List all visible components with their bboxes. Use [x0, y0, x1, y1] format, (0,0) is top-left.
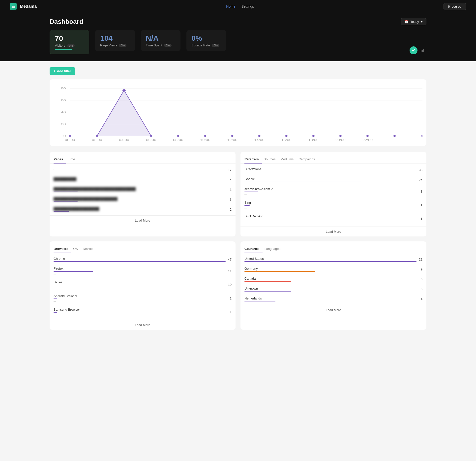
svg-rect-1: [421, 50, 421, 52]
list-item: / 17: [50, 165, 236, 175]
country-item-bar: [244, 291, 291, 292]
list-item: search.brave.com ↗ — 3: [240, 185, 426, 198]
header-top: Dashboard 📅 Today ▾: [50, 18, 426, 26]
svg-point-28: [421, 135, 422, 137]
page-item-name: /: [54, 167, 226, 171]
date-picker[interactable]: 📅 Today ▾: [401, 18, 426, 25]
referrer-item-bar: [244, 182, 361, 182]
svg-text:04:00: 04:00: [119, 139, 129, 141]
browsers-panel: Browsers OS Devices Chrome 47 Firefox — …: [50, 241, 236, 330]
list-item: Android Browser — 1: [50, 292, 236, 305]
referrer-item-bar: [244, 172, 416, 172]
visitors-number: 70: [55, 34, 84, 43]
browsers-load-more-button[interactable]: Load More: [50, 320, 236, 330]
countries-panel: Countries Languages United States 22 Ger…: [240, 241, 426, 330]
tab-sources[interactable]: Sources: [264, 156, 279, 164]
svg-text:40: 40: [61, 111, 66, 114]
country-item-name: Canada: [244, 277, 416, 280]
svg-text:22:00: 22:00: [362, 139, 373, 141]
nav-link-home[interactable]: Home: [226, 4, 235, 8]
pageviews-label: Page Views: [100, 43, 117, 47]
svg-point-17: [122, 89, 126, 91]
tab-countries[interactable]: Countries: [244, 245, 263, 253]
countries-load-more-button[interactable]: Load More: [240, 305, 426, 315]
referrer-item-count: 1: [416, 217, 422, 221]
line-chart-toggle[interactable]: [410, 46, 417, 54]
svg-point-15: [69, 135, 71, 137]
bouncerate-label: Bounce Rate: [191, 43, 210, 47]
browser-item-name: Samsung Browser: [54, 308, 226, 311]
list-item: Germany 9: [240, 264, 426, 274]
referrers-load-more-button[interactable]: Load More: [240, 227, 426, 236]
country-item-count: 22: [416, 258, 422, 261]
list-item: Google 26: [240, 175, 426, 185]
tab-mediums[interactable]: Mediums: [281, 156, 297, 164]
tab-campaigns[interactable]: Campaigns: [298, 156, 318, 164]
referrers-tabs: Referrers Sources Mediums Campaigns: [240, 156, 426, 164]
logout-button[interactable]: ⚙ Log out: [444, 3, 466, 10]
tab-languages[interactable]: Languages: [265, 245, 283, 253]
tab-time[interactable]: Time: [68, 156, 78, 164]
stats-row: 70 Visitors 0% 104 Page Views 0% N/A Tim…: [50, 30, 426, 54]
svg-text:20:00: 20:00: [335, 139, 346, 141]
nav-links: Home Settings: [226, 4, 254, 8]
referrer-item-name: DuckDuckGo: [244, 214, 416, 218]
list-item: DuckDuckGo — 1: [240, 212, 426, 226]
tab-browsers[interactable]: Browsers: [54, 245, 71, 253]
svg-text:06:00: 06:00: [146, 139, 156, 141]
add-filter-button[interactable]: + Add filter: [50, 67, 75, 75]
svg-point-24: [312, 135, 315, 137]
list-item: United States 22: [240, 254, 426, 264]
visitors-bar: [55, 49, 72, 50]
tab-pages[interactable]: Pages: [54, 156, 66, 164]
pages-load-more-button[interactable]: Load More: [50, 215, 236, 225]
gear-icon: ⚙: [447, 5, 450, 8]
header-section: Dashboard 📅 Today ▾ 70 Visitors 0% 104 P…: [0, 13, 476, 61]
browser-item-count: 1: [226, 296, 232, 300]
list-item: ████████████████████████████ 3: [50, 195, 236, 204]
browser-item-bar: [54, 285, 90, 285]
timespent-number: N/A: [146, 34, 176, 42]
page-item-name: ████████████████████: [54, 207, 226, 211]
browser-item-name: Chrome: [54, 257, 226, 261]
svg-point-27: [393, 135, 396, 137]
page-item-count: 2: [226, 208, 232, 211]
tab-os[interactable]: OS: [73, 245, 81, 253]
line-chart: 80 60 40 20 0 00:00 02:0: [54, 83, 422, 143]
svg-point-21: [231, 135, 234, 137]
country-item-bar: [244, 301, 275, 301]
svg-point-18: [150, 135, 152, 137]
svg-point-16: [96, 135, 98, 137]
stat-visitors: 70 Visitors 0%: [50, 30, 89, 54]
list-item: Firefox — 11: [50, 264, 236, 278]
browser-item-bar: [54, 298, 57, 299]
page-item-count: 4: [226, 178, 232, 182]
list-item: Samsung Browser — 1: [50, 305, 236, 319]
country-item-count: 6: [416, 287, 422, 291]
nav-right: ⚙ Log out: [444, 3, 466, 10]
list-item: Unknown 6: [240, 284, 426, 294]
plus-icon: +: [54, 69, 56, 73]
nav-link-settings[interactable]: Settings: [241, 4, 254, 8]
browser-item-count: 47: [226, 258, 232, 261]
panels-row-2: Browsers OS Devices Chrome 47 Firefox — …: [50, 241, 426, 330]
referrer-item-bar: [244, 192, 258, 192]
svg-text:20: 20: [61, 123, 66, 126]
svg-text:18:00: 18:00: [308, 139, 319, 141]
visitors-label: Visitors: [55, 44, 65, 47]
list-item: ████████████████████████████████████ 3: [50, 185, 236, 195]
svg-point-0: [414, 49, 415, 50]
timespent-badge: 0%: [164, 44, 172, 47]
svg-text:08:00: 08:00: [173, 139, 183, 141]
bar-chart-toggle[interactable]: [418, 46, 426, 54]
browser-item-name: Firefox: [54, 267, 226, 270]
browser-item-bar: [54, 271, 93, 272]
stat-time-spent: N/A Time Spent 0%: [141, 30, 180, 51]
logo-icon: [10, 3, 17, 10]
svg-text:80: 80: [61, 87, 66, 90]
page-item-name: ████████████████████████████: [54, 197, 226, 201]
tab-devices[interactable]: Devices: [83, 245, 97, 253]
country-item-name: United States: [244, 257, 416, 261]
tab-referrers[interactable]: Referrers: [244, 156, 262, 164]
page-item-bar: [54, 192, 78, 192]
